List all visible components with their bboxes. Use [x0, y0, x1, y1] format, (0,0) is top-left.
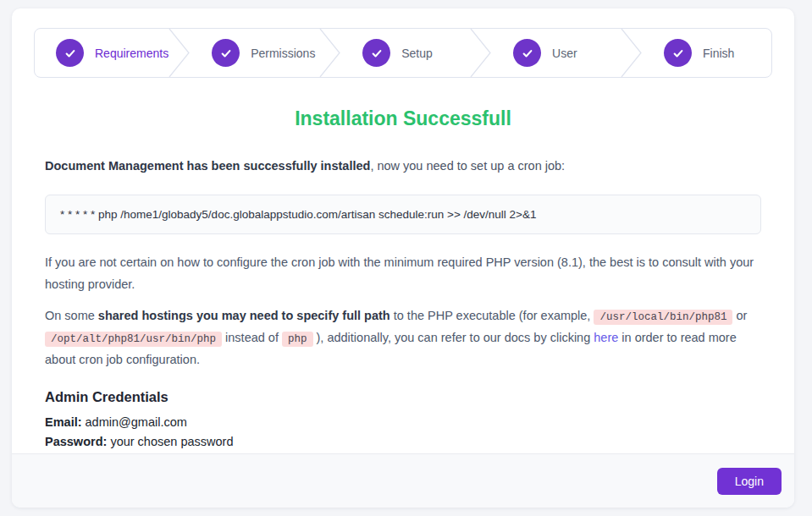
stepper-step-permissions[interactable]: Permissions	[191, 29, 319, 77]
password-credential: Password: your chosen password	[45, 433, 761, 451]
chevron-right-icon	[621, 29, 643, 77]
cron-command-text: * * * * * php /home1/globady5/doc.global…	[60, 208, 537, 221]
php-path-note: On some shared hostings you may need to …	[45, 305, 761, 371]
installer-card: Requirements Permissions Setup User	[12, 8, 794, 508]
check-icon	[212, 39, 240, 67]
chevron-right-icon	[470, 29, 492, 77]
check-icon	[56, 39, 84, 67]
intro-bold: Document Management has been successfull…	[45, 159, 370, 173]
password-value: your chosen password	[110, 435, 233, 448]
path-note-lead: On some	[45, 309, 98, 322]
stepper-step-requirements[interactable]: Requirements	[35, 29, 168, 77]
stepper-step-label: User	[552, 47, 577, 60]
chevron-right-icon	[168, 29, 191, 77]
email-value: admin@gmail.com	[86, 415, 187, 429]
password-label: Password:	[45, 435, 107, 448]
intro-rest: , now you need to set up a cron job:	[370, 159, 565, 173]
stepper-step-label: Setup	[401, 47, 433, 60]
path-note-bold: shared hostings you may need to specify …	[98, 309, 390, 322]
path-note-after: ), additionally, you can refer to our do…	[313, 331, 594, 344]
inline-code-php81-path: /usr/local/bin/php81	[594, 310, 732, 325]
stepper-step-label: Requirements	[95, 47, 168, 60]
docs-here-link[interactable]: here	[594, 331, 618, 344]
email-credential: Email: admin@gmail.com	[45, 414, 761, 431]
path-note-mid: to the PHP executable (for example,	[390, 309, 594, 322]
check-icon	[513, 39, 541, 67]
wizard-stepper: Requirements Permissions Setup User	[34, 28, 772, 78]
check-icon	[362, 39, 390, 67]
path-note-or: or	[732, 309, 747, 322]
email-label: Email:	[45, 415, 82, 429]
stepper-step-user[interactable]: User	[492, 29, 621, 77]
admin-credentials-heading: Admin Credentials	[45, 389, 761, 405]
stepper-step-finish[interactable]: Finish	[643, 29, 771, 77]
main-content: Document Management has been successfull…	[12, 130, 794, 451]
stepper-step-label: Finish	[703, 47, 734, 60]
stepper-step-setup[interactable]: Setup	[341, 29, 470, 77]
card-footer: Login	[12, 453, 794, 508]
cron-command-box: * * * * * php /home1/globady5/doc.global…	[45, 195, 761, 234]
inline-code-alt-php-path: /opt/alt/php81/usr/bin/php	[45, 332, 222, 347]
path-note-instead: instead of	[222, 331, 282, 344]
page-title: Installation Successfull	[12, 107, 794, 130]
check-icon	[664, 39, 692, 67]
inline-code-php: php	[282, 332, 313, 347]
chevron-right-icon	[319, 29, 341, 77]
stepper-step-label: Permissions	[251, 47, 315, 60]
php-version-note: If you are not certain on how to configu…	[45, 252, 761, 295]
intro-text: Document Management has been successfull…	[45, 157, 761, 174]
login-button[interactable]: Login	[717, 468, 782, 495]
